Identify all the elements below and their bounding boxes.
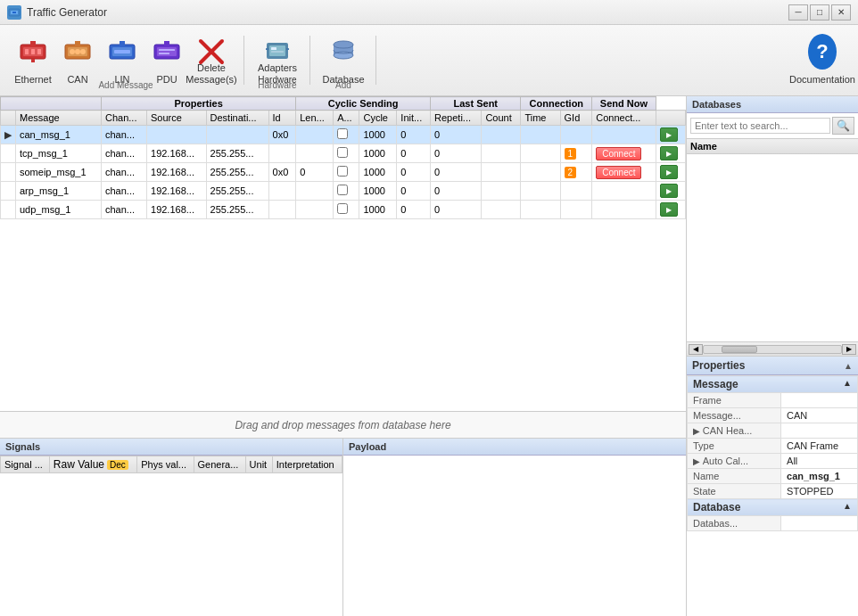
row-a-checkbox[interactable]	[337, 166, 348, 177]
svg-rect-2	[12, 12, 16, 13]
props-label-frame: Frame	[688, 393, 781, 408]
svg-rect-24	[164, 41, 169, 45]
close-button[interactable]: ✕	[831, 4, 851, 21]
scroll-left-button[interactable]: ◀	[689, 344, 703, 355]
row-count	[482, 126, 521, 144]
signals-header: Signals	[0, 439, 342, 456]
can-button[interactable]: CAN	[55, 30, 100, 91]
th-init: Init...	[397, 111, 431, 126]
table-row[interactable]: tcp_msg_1 chan... 192.168... 255.255... …	[1, 144, 686, 163]
documentation-label: Documentation	[789, 74, 855, 86]
row-destination: 255.255...	[206, 182, 268, 201]
row-channel: chan...	[101, 201, 146, 219]
row-gid	[560, 126, 592, 144]
row-source	[147, 126, 207, 144]
props-value-message: CAN	[781, 408, 858, 423]
delete-message-button[interactable]: DeleteMessage(s)	[189, 30, 234, 91]
props-value-autocal: All	[781, 454, 858, 469]
row-a	[334, 182, 359, 201]
left-panel: Properties Cyclic Sending Last Sent Conn…	[0, 96, 687, 616]
th-repeti: Repeti...	[431, 111, 482, 126]
props-group-database-label: Database ▲	[688, 499, 858, 516]
db-content[interactable]	[687, 154, 858, 341]
row-time	[521, 201, 560, 219]
scrollbar-thumb[interactable]	[722, 346, 757, 353]
message-table-wrapper[interactable]: Properties Cyclic Sending Last Sent Conn…	[0, 96, 686, 411]
props-row-autocal: ▶ Auto Cal... All	[688, 454, 858, 469]
row-init: 0	[397, 163, 431, 182]
app-title: Traffic Generator	[27, 6, 107, 19]
row-message-name: arp_msg_1	[16, 182, 102, 201]
row-source: 192.168...	[147, 144, 207, 163]
row-init: 0	[397, 126, 431, 144]
properties-title: Properties ▲	[687, 357, 858, 375]
props-row-message: Message... CAN	[688, 408, 858, 423]
th-source: Source	[147, 111, 207, 126]
table-row[interactable]: arp_msg_1 chan... 192.168... 255.255... …	[1, 182, 686, 201]
props-row-frame: Frame	[688, 393, 858, 408]
delete-label: DeleteMessage(s)	[186, 62, 236, 86]
th-id: Id	[268, 111, 296, 126]
row-a-checkbox[interactable]	[337, 185, 348, 195]
props-row-type: Type CAN Frame	[688, 439, 858, 454]
documentation-button[interactable]: ? Documentation	[794, 30, 851, 91]
row-a	[334, 201, 359, 219]
database-icon	[329, 37, 358, 66]
play-button[interactable]: ▶	[660, 165, 678, 179]
row-gid	[560, 201, 592, 219]
scroll-right-button[interactable]: ▶	[842, 344, 856, 355]
svg-rect-22	[159, 49, 175, 51]
th-connect: Connect...	[592, 111, 656, 126]
group-hardware-label: Hardware	[258, 80, 296, 90]
row-arrow-cell: ▶	[1, 126, 16, 144]
th-cycle: Cycle	[359, 111, 397, 126]
row-time	[521, 163, 560, 182]
props-label-state: State	[688, 484, 781, 499]
minimize-button[interactable]: ─	[788, 4, 808, 21]
table-row[interactable]: udp_msg_1 chan... 192.168... 255.255... …	[1, 201, 686, 219]
table-row[interactable]: someip_msg_1 chan... 192.168... 255.255.…	[1, 163, 686, 182]
play-button[interactable]: ▶	[660, 146, 678, 160]
th-length: Len...	[296, 111, 334, 126]
table-row[interactable]: ▶ can_msg_1 chan... 0x0 1000 0 0 ▶	[1, 126, 686, 144]
row-a-checkbox[interactable]	[337, 147, 348, 158]
row-a	[334, 163, 359, 182]
database-search-input[interactable]	[690, 118, 830, 134]
gid-badge: 2	[565, 167, 577, 178]
svg-rect-8	[30, 41, 36, 45]
dec-badge: Dec	[107, 460, 128, 470]
db-table-header: Name	[687, 139, 858, 154]
signals-content[interactable]: Signal ... Raw Value Dec Phys val... Gen…	[0, 456, 342, 616]
row-connect: Connect	[592, 163, 656, 182]
payload-content[interactable]	[343, 456, 686, 616]
ethernet-button[interactable]: Ethernet	[11, 30, 55, 91]
play-button[interactable]: ▶	[660, 127, 678, 142]
adapters-icon	[263, 37, 292, 66]
search-button[interactable]: 🔍	[832, 117, 854, 135]
svg-rect-32	[286, 48, 289, 50]
maximize-button[interactable]: □	[810, 4, 829, 21]
row-a-checkbox[interactable]	[337, 128, 348, 139]
connect-button[interactable]: Connect	[596, 147, 641, 160]
row-source: 192.168...	[147, 182, 207, 201]
row-init: 0	[397, 201, 431, 219]
drop-area-text: Drag and drop messages from database her…	[235, 419, 450, 431]
group-add-label: Add Message	[98, 80, 153, 90]
props-label-databas: Databas...	[688, 516, 781, 531]
row-repeti: 0	[431, 126, 482, 144]
row-connect	[592, 126, 656, 144]
th-count: Count	[482, 111, 521, 126]
props-group-message-label: Message ▲	[688, 376, 858, 393]
properties-section-label: Properties	[692, 359, 745, 372]
play-button[interactable]: ▶	[660, 202, 678, 217]
connect-button[interactable]: Connect	[596, 166, 641, 179]
row-a-checkbox[interactable]	[337, 203, 348, 214]
drop-area[interactable]: Drag and drop messages from database her…	[0, 411, 686, 438]
group-db-label: Add	[335, 80, 351, 90]
database-group-chevron: ▲	[843, 501, 852, 511]
db-scrollbar: ◀ ▶	[687, 341, 858, 356]
row-id: 0x0	[268, 126, 296, 144]
row-play: ▶	[656, 182, 685, 201]
play-button[interactable]: ▶	[660, 184, 678, 198]
databases-section: Databases 🔍 Name ◀ ▶	[687, 96, 858, 357]
